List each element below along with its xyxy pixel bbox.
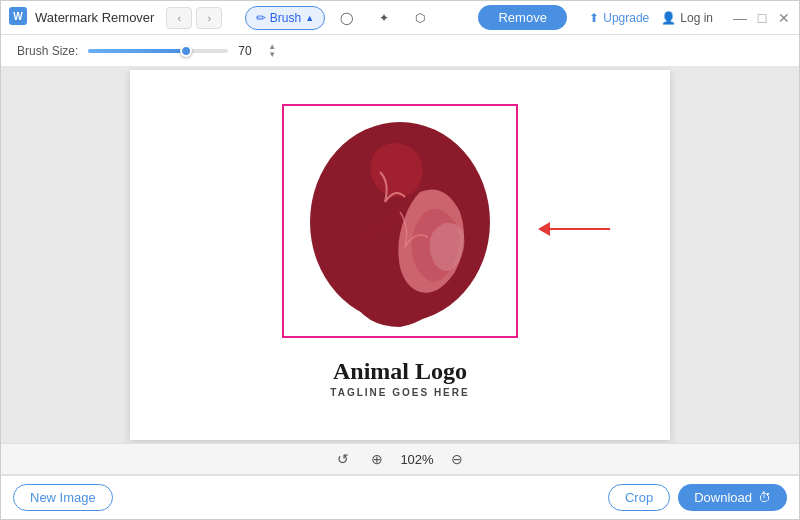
logo-title: Animal Logo [330, 358, 469, 385]
brush-size-label: Brush Size: [17, 44, 78, 58]
main-content: watermark Animal Logo TAGLINE GOES HERE [1, 67, 799, 443]
rotate-button[interactable]: ↺ [332, 448, 354, 470]
zoom-value: 102% [400, 452, 433, 467]
brush-icon: ✏ [256, 11, 266, 25]
upgrade-button[interactable]: ⬆ Upgrade [589, 11, 649, 25]
ai-tool-button[interactable]: ✦ [368, 6, 400, 30]
brush-label: Brush [270, 11, 301, 25]
download-label: Download [694, 490, 752, 505]
window-controls: — □ ✕ [733, 11, 791, 25]
maximize-button[interactable]: □ [755, 11, 769, 25]
arrow-head [538, 222, 550, 236]
canvas-area[interactable]: watermark Animal Logo TAGLINE GOES HERE [130, 70, 670, 440]
close-button[interactable]: ✕ [777, 11, 791, 25]
crop-button[interactable]: Crop [608, 484, 670, 511]
download-icon: ⏱ [758, 490, 771, 505]
status-bar: ↺ ⊕ 102% ⊖ [1, 443, 799, 475]
upgrade-icon: ⬆ [589, 11, 599, 25]
zoom-in-button[interactable]: ⊕ [366, 448, 388, 470]
minimize-button[interactable]: — [733, 11, 747, 25]
animal-svg: watermark [290, 112, 510, 346]
brush-dropdown-icon: ▲ [305, 13, 314, 23]
forward-button[interactable]: › [196, 7, 222, 29]
brush-slider[interactable] [88, 49, 228, 53]
logo-text-area: Animal Logo TAGLINE GOES HERE [330, 358, 469, 398]
logo-tagline: TAGLINE GOES HERE [330, 387, 469, 398]
app-title: Watermark Remover [35, 10, 154, 25]
zoom-out-button[interactable]: ⊖ [446, 448, 468, 470]
title-bar: W Watermark Remover ‹ › ✏ Brush ▲ ◯ ✦ ⬡ … [1, 1, 799, 35]
eraser-icon: ⬡ [415, 11, 425, 25]
lasso-tool-button[interactable]: ◯ [329, 6, 364, 30]
ai-icon: ✦ [379, 11, 389, 25]
bottom-left: New Image [13, 484, 113, 511]
arrow-indicator [538, 222, 610, 236]
login-label: Log in [680, 11, 713, 25]
brush-value-arrows[interactable]: ▲ ▼ [268, 43, 276, 59]
brush-value: 70 [238, 44, 258, 58]
bottom-right: Crop Download ⏱ [608, 484, 787, 511]
user-icon: 👤 [661, 11, 676, 25]
brush-size-bar: Brush Size: 70 ▲ ▼ [1, 35, 799, 67]
new-image-button[interactable]: New Image [13, 484, 113, 511]
brush-slider-fill [88, 49, 186, 53]
nav-buttons: ‹ › [166, 7, 222, 29]
arrow-line [550, 228, 610, 230]
brush-tool-button[interactable]: ✏ Brush ▲ [245, 6, 325, 30]
upgrade-label: Upgrade [603, 11, 649, 25]
bottom-bar: New Image Crop Download ⏱ [1, 475, 799, 519]
logo-container: watermark Animal Logo TAGLINE GOES HERE [290, 112, 510, 398]
lasso-icon: ◯ [340, 11, 353, 25]
svg-text:W: W [13, 11, 23, 22]
back-button[interactable]: ‹ [166, 7, 192, 29]
tool-group: ✏ Brush ▲ ◯ ✦ ⬡ [245, 6, 436, 30]
eraser-tool-button[interactable]: ⬡ [404, 6, 436, 30]
app-logo-icon: W [9, 7, 27, 29]
brush-slider-thumb [180, 45, 192, 57]
download-button[interactable]: Download ⏱ [678, 484, 787, 511]
title-bar-right: ⬆ Upgrade 👤 Log in — □ ✕ [589, 11, 791, 25]
login-button[interactable]: 👤 Log in [661, 11, 713, 25]
brush-decrement-icon: ▼ [268, 51, 276, 59]
remove-button[interactable]: Remove [478, 5, 566, 30]
